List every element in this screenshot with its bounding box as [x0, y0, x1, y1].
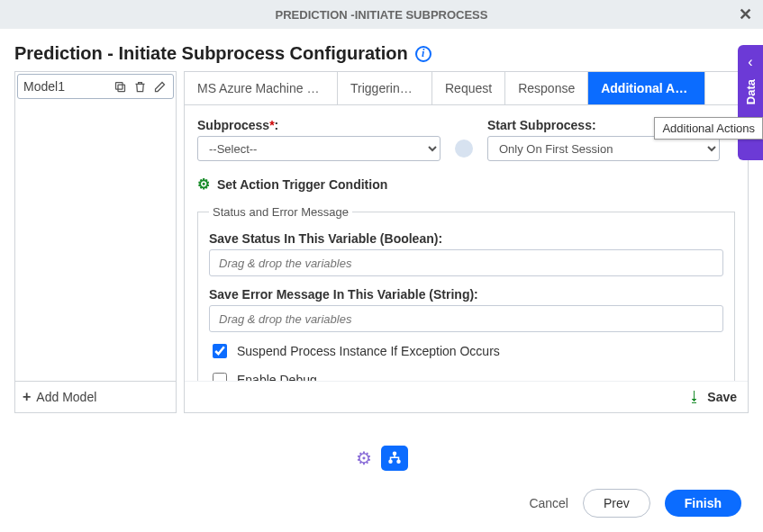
dialog-titlebar: PREDICTION -INITIATE SUBPROCESS ✕ [0, 0, 763, 29]
tab-triggering-events[interactable]: Triggering Ev… [338, 72, 432, 104]
action-trigger-label: Set Action Trigger Condition [217, 177, 387, 192]
start-subprocess-select[interactable]: Only On First Session [487, 136, 720, 161]
status-error-group: Status and Error Message Save Status In … [197, 205, 735, 381]
svg-point-2 [393, 452, 395, 455]
footer-toolbar: ⚙ [22, 446, 741, 471]
copy-icon[interactable] [112, 78, 128, 95]
status-error-legend: Status and Error Message [209, 205, 352, 219]
tooltip-text: Additional Actions [662, 122, 755, 135]
chevron-left-icon: ‹ [748, 54, 752, 70]
footer-actions: Cancel Prev Finish [22, 489, 741, 518]
suspend-checkbox[interactable] [213, 344, 227, 358]
settings-gear-icon[interactable]: ⚙ [356, 446, 372, 471]
svg-point-3 [389, 460, 392, 463]
link-circle-icon[interactable] [455, 140, 473, 158]
finish-button[interactable]: Finish [665, 490, 741, 517]
prev-button[interactable]: Prev [583, 489, 650, 518]
enable-debug-checkbox[interactable] [213, 373, 227, 381]
enable-debug-row: Enable Debug [209, 370, 723, 381]
required-marker: * [269, 118, 274, 132]
tab-ms-azure[interactable]: MS Azure Machine Lear… [185, 72, 338, 104]
gear-icon: ⚙ [197, 176, 210, 193]
info-icon[interactable]: i [415, 46, 431, 62]
model-name: Model1 [23, 79, 65, 94]
save-status-label: Save Status In This Variable (Boolean): [209, 231, 723, 246]
svg-point-4 [397, 460, 400, 463]
side-dock[interactable]: ‹ Data [738, 45, 763, 160]
add-model-button[interactable]: + Add Model [15, 381, 176, 412]
delete-icon[interactable] [132, 78, 148, 95]
suspend-checkbox-row: Suspend Process Instance If Exception Oc… [209, 341, 723, 361]
page-header: Prediction - Initiate Subprocess Configu… [0, 29, 763, 71]
tab-request[interactable]: Request [432, 72, 505, 104]
svg-rect-1 [115, 82, 123, 89]
add-model-label: Add Model [36, 390, 96, 404]
cancel-button[interactable]: Cancel [529, 496, 568, 510]
plus-icon: + [23, 389, 31, 405]
footer: ⚙ Cancel Prev Finish [0, 433, 763, 532]
save-error-variable-input[interactable] [209, 305, 723, 332]
svg-rect-0 [118, 85, 125, 92]
enable-debug-label: Enable Debug [237, 373, 317, 381]
edit-icon[interactable] [151, 78, 168, 95]
tooltip-additional-actions: Additional Actions [654, 117, 763, 140]
side-dock-label: Data [744, 79, 758, 104]
model-item[interactable]: Model1 [17, 74, 174, 99]
set-action-trigger-link[interactable]: ⚙ Set Action Trigger Condition [197, 176, 735, 193]
save-row: ⭳ Save [185, 381, 748, 412]
dialog-title: PREDICTION -INITIATE SUBPROCESS [276, 8, 488, 22]
download-icon[interactable]: ⭳ [687, 389, 702, 405]
subprocess-select[interactable]: --Select-- [197, 136, 441, 161]
subprocess-label: Subprocess*: [197, 118, 441, 132]
tab-additional-actions[interactable]: Additional Acti… [588, 72, 705, 104]
tabs: MS Azure Machine Lear… Triggering Ev… Re… [185, 72, 748, 105]
flow-view-button[interactable] [381, 446, 408, 471]
suspend-label: Suspend Process Instance If Exception Oc… [237, 344, 500, 358]
tab-response[interactable]: Response [505, 72, 588, 104]
model-list-panel: Model1 + Add Model [14, 71, 177, 413]
save-error-label: Save Error Message In This Variable (Str… [209, 287, 723, 302]
close-icon[interactable]: ✕ [739, 5, 752, 24]
subprocess-field: Subprocess*: --Select-- [197, 118, 441, 161]
main-body: Model1 + Add Model MS Azure Machine Lear… [0, 71, 763, 413]
page-title: Prediction - Initiate Subprocess Configu… [14, 43, 408, 64]
save-button[interactable]: Save [707, 390, 737, 404]
tab-panel-body: Subprocess*: --Select-- Start Subprocess… [185, 105, 748, 381]
save-status-variable-input[interactable] [209, 249, 723, 276]
